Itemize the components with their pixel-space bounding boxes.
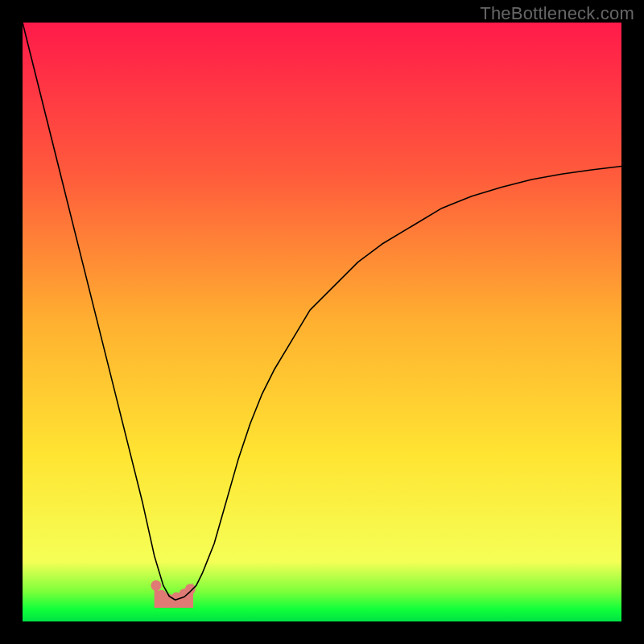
- gradient-background: [23, 23, 621, 621]
- watermark-text: TheBottleneck.com: [480, 3, 634, 24]
- highlight-marker: [151, 580, 161, 591]
- highlight-marker: [185, 584, 196, 594]
- plot-area: [23, 23, 621, 621]
- chart-svg: [23, 23, 621, 621]
- chart-frame: TheBottleneck.com: [0, 0, 644, 644]
